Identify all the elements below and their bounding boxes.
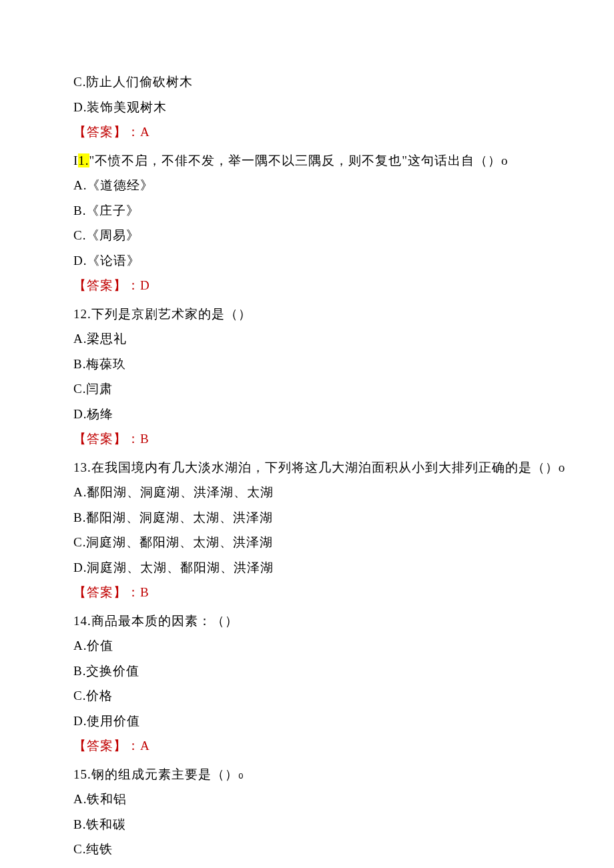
answer-line: 【答案】：A — [73, 737, 614, 756]
answer-label: 【答案】： — [73, 432, 140, 446]
option-b: B.《庄子》 — [73, 201, 614, 221]
stem-text: "不愤不启，不俳不发，举一隅不以三隅反，则不复也"这句话出自（）o — [89, 153, 509, 167]
option-d: D.装饰美观树木 — [73, 98, 614, 117]
answer-line: 【答案】：B — [73, 583, 614, 602]
answer-label: 【答案】： — [73, 125, 140, 139]
question-stem: 13.在我国境内有几大淡水湖泊，下列将这几大湖泊面积从小到大排列正确的是（）o — [73, 458, 614, 478]
option-a: A.铁和铝 — [73, 790, 614, 809]
option-c: C.《周易》 — [73, 226, 614, 246]
option-c: C.防止人们偷砍树木 — [73, 73, 614, 92]
option-d: D.使用价值 — [73, 712, 614, 731]
option-c: C.价格 — [73, 687, 614, 706]
question-12: 12.下列是京剧艺术家的是（） A.梁思礼 B.梅葆玖 C.闫肃 D.杨绛 【答… — [73, 305, 614, 449]
answer-value: D — [140, 278, 150, 292]
question-stem: 15.钢的组成元素主要是（）₀ — [73, 765, 614, 785]
answer-value: B — [140, 432, 149, 446]
option-c: C.洞庭湖、鄱阳湖、太湖、洪泽湖 — [73, 533, 614, 552]
option-a: A.梁思礼 — [73, 330, 614, 349]
answer-label: 【答案】： — [73, 278, 140, 292]
option-a: A.《道德经》 — [73, 176, 614, 195]
option-d: D.《论语》 — [73, 252, 614, 271]
option-c: C.纯铁 — [73, 840, 614, 859]
answer-line: 【答案】：B — [73, 430, 614, 449]
question-11: I1."不愤不启，不俳不发，举一隅不以三隅反，则不复也"这句话出自（）o A.《… — [73, 151, 614, 296]
option-c: C.闫肃 — [73, 380, 614, 399]
option-a: A.价值 — [73, 636, 614, 656]
option-d: D.洞庭湖、太湖、鄱阳湖、洪泽湖 — [73, 558, 614, 578]
question-13: 13.在我国境内有几大淡水湖泊，下列将这几大湖泊面积从小到大排列正确的是（）o … — [73, 458, 614, 602]
question-stem: 12.下列是京剧艺术家的是（） — [73, 305, 614, 324]
stem-number-highlight: 1. — [78, 153, 89, 167]
option-b: B.交换价值 — [73, 662, 614, 681]
question-stem: 14.商品最本质的因素：（） — [73, 612, 614, 631]
question-15: 15.钢的组成元素主要是（）₀ A.铁和铝 B.铁和碳 C.纯铁 — [73, 765, 614, 859]
answer-label: 【答案】： — [73, 739, 140, 753]
answer-label: 【答案】： — [73, 585, 140, 599]
question-14: 14.商品最本质的因素：（） A.价值 B.交换价值 C.价格 D.使用价值 【… — [73, 612, 614, 756]
question-10-tail: C.防止人们偷砍树木 D.装饰美观树木 【答案】：A — [73, 73, 614, 142]
answer-value: B — [140, 585, 149, 599]
option-b: B.梅葆玖 — [73, 355, 614, 374]
option-d: D.杨绛 — [73, 405, 614, 424]
answer-line: 【答案】：A — [73, 123, 614, 142]
option-b: B.鄱阳湖、洞庭湖、太湖、洪泽湖 — [73, 508, 614, 528]
option-a: A.鄱阳湖、洞庭湖、洪泽湖、太湖 — [73, 483, 614, 502]
option-b: B.铁和碳 — [73, 815, 614, 835]
answer-value: A — [140, 125, 150, 139]
answer-value: A — [140, 739, 150, 753]
question-stem: I1."不愤不启，不俳不发，举一隅不以三隅反，则不复也"这句话出自（）o — [73, 151, 614, 171]
answer-line: 【答案】：D — [73, 276, 614, 296]
